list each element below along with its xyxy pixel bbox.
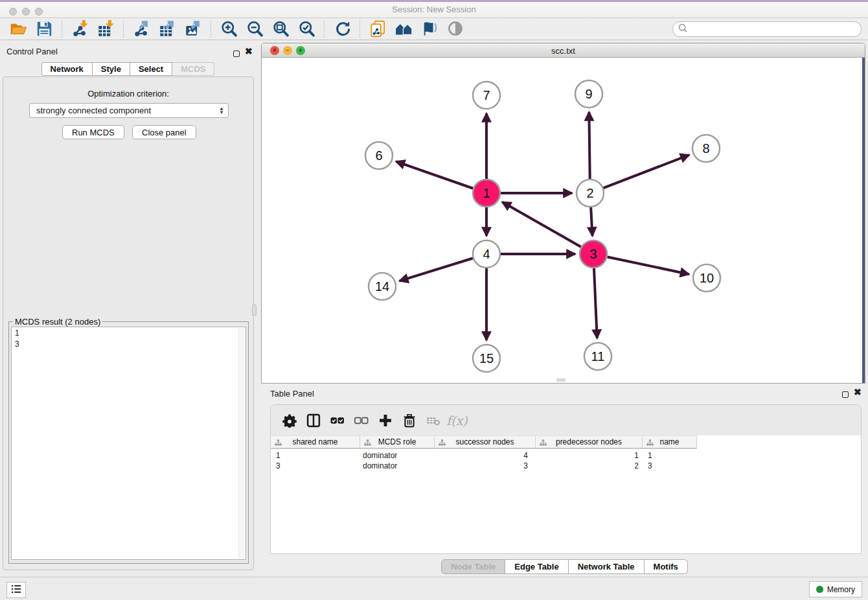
export-table-icon[interactable] (154, 19, 180, 39)
table-row[interactable]: 1dominator411 (271, 450, 697, 461)
export-image-icon[interactable] (180, 19, 206, 39)
network-horizontal-scrollbar[interactable] (556, 378, 565, 382)
task-history-button[interactable] (6, 582, 26, 598)
memory-status-icon (816, 586, 823, 593)
graph-edge-1-6[interactable] (396, 161, 473, 189)
network-window-title: scc.txt (262, 46, 865, 56)
graph-edge-4-14[interactable] (400, 259, 473, 281)
zoom-fit-icon[interactable] (268, 19, 293, 39)
add-row-icon[interactable] (373, 410, 397, 432)
table-row[interactable]: 3dominator323 (271, 461, 697, 471)
import-table-icon[interactable] (93, 19, 119, 39)
graph-edge-3-1[interactable] (502, 202, 581, 247)
zoom-selected-icon[interactable] (293, 19, 319, 39)
tab-node-table[interactable]: Node Table (441, 559, 505, 574)
titlebar-accent-strip (0, 0, 868, 2)
tab-edge-table[interactable]: Edge Table (505, 559, 568, 574)
tab-network[interactable]: Network (41, 62, 93, 76)
table-cell[interactable]: 1 (271, 450, 360, 461)
column-header-shared-name[interactable]: shared name (271, 435, 360, 449)
node-table-header: shared nameMCDS rolesuccessor nodesprede… (271, 435, 697, 449)
graph-node-label: 14 (375, 279, 389, 294)
zoom-in-icon[interactable] (216, 19, 242, 39)
graph-edge-2-8[interactable] (604, 155, 689, 188)
graph-node-4[interactable]: 4 (473, 240, 500, 268)
run-mcds-button[interactable]: Run MCDS (62, 125, 124, 139)
tab-style[interactable]: Style (93, 62, 130, 76)
graphics-details-icon[interactable] (417, 19, 442, 39)
optimization-criterion-select[interactable]: strongly connected component ▲▼ (29, 103, 229, 118)
graph-node-9[interactable]: 9 (575, 80, 602, 108)
graph-edge-2-3[interactable] (591, 207, 592, 236)
close-table-panel-icon[interactable]: ✖ (854, 389, 862, 395)
birds-eye-view-icon[interactable] (442, 19, 468, 39)
column-layout-icon[interactable] (301, 410, 325, 432)
table-cell[interactable]: 3 (435, 461, 536, 471)
refresh-layout-icon[interactable] (329, 19, 355, 39)
save-session-icon[interactable] (31, 19, 57, 39)
attribute-tree-icon (646, 439, 654, 448)
table-cell[interactable]: 1 (536, 450, 643, 461)
tab-mcds[interactable]: MCDS (172, 62, 214, 76)
panel-splitter-handle[interactable] (252, 305, 257, 316)
graph-node-8[interactable]: 8 (692, 135, 720, 162)
graph-edge-2-9[interactable] (589, 112, 589, 179)
close-panel-button[interactable]: Close panel (132, 125, 196, 139)
graph-node-6[interactable]: 6 (365, 142, 393, 169)
graph-node-14[interactable]: 14 (369, 273, 396, 300)
memory-button[interactable]: Memory (809, 581, 862, 597)
graph-edge-3-10[interactable] (608, 257, 689, 275)
network-window-titlebar[interactable]: × − + scc.txt (262, 43, 865, 58)
search-box[interactable] (672, 21, 862, 37)
delete-row-icon[interactable] (397, 410, 421, 432)
table-cell[interactable]: 1 (643, 450, 697, 461)
graph-edge-3-11[interactable] (594, 268, 597, 338)
tab-select[interactable]: Select (130, 62, 172, 76)
table-cell[interactable]: 2 (536, 461, 643, 471)
network-vertical-scrollbar[interactable] (862, 58, 865, 383)
graph-node-1[interactable]: 1 (473, 179, 500, 207)
close-panel-icon[interactable]: ✖ (245, 48, 253, 54)
table-toolbar: f(x) (271, 405, 861, 435)
table-cell[interactable]: dominator (360, 450, 435, 461)
graph-node-11[interactable]: 11 (584, 343, 611, 370)
search-icon (678, 23, 688, 36)
table-cell[interactable]: 3 (271, 461, 360, 471)
column-header-predecessor-nodes[interactable]: predecessor nodes (536, 435, 643, 449)
table-settings-icon[interactable] (277, 410, 301, 432)
export-network-icon[interactable] (128, 19, 154, 39)
column-header-successor-nodes[interactable]: successor nodes (435, 435, 536, 449)
toolbar-separator (211, 21, 211, 38)
table-cell[interactable]: 3 (643, 461, 697, 471)
table-cell[interactable]: 4 (435, 450, 536, 461)
clear-all-checks-icon[interactable] (349, 410, 373, 432)
graph-node-7[interactable]: 7 (473, 82, 500, 109)
graph-node-label: 7 (483, 88, 490, 102)
first-neighbors-icon[interactable] (391, 19, 417, 39)
result-scrollbar[interactable] (238, 328, 245, 559)
float-panel-icon[interactable] (233, 48, 240, 60)
graph-node-2[interactable]: 2 (577, 179, 604, 207)
search-input[interactable] (688, 23, 861, 36)
column-header-name[interactable]: name (643, 435, 697, 449)
import-network-icon[interactable] (67, 19, 93, 39)
graph-node-3[interactable]: 3 (580, 240, 607, 268)
table-cell[interactable]: dominator (360, 461, 435, 471)
tab-motifs[interactable]: Motifs (645, 559, 688, 574)
graph-node-10[interactable]: 10 (693, 264, 720, 292)
titlebar: Session: New Session (0, 0, 868, 18)
open-file-icon[interactable] (5, 19, 31, 39)
toolbar-separator (62, 21, 62, 38)
float-table-panel-icon[interactable] (842, 389, 849, 400)
column-header-label: shared name (292, 437, 337, 446)
function-builder-icon: f(x) (445, 410, 469, 432)
select-all-checks-icon[interactable] (325, 410, 349, 432)
mcds-result-line: 1 (15, 328, 246, 339)
network-graph[interactable]: 7968124314101511 (262, 58, 863, 384)
tab-network-table[interactable]: Network Table (569, 559, 645, 574)
graph-node-15[interactable]: 15 (473, 345, 500, 372)
node-table: shared nameMCDS rolesuccessor nodesprede… (271, 435, 861, 553)
clone-network-icon[interactable] (365, 19, 391, 39)
zoom-out-icon[interactable] (242, 19, 268, 39)
column-header-MCDS-role[interactable]: MCDS role (360, 435, 435, 449)
